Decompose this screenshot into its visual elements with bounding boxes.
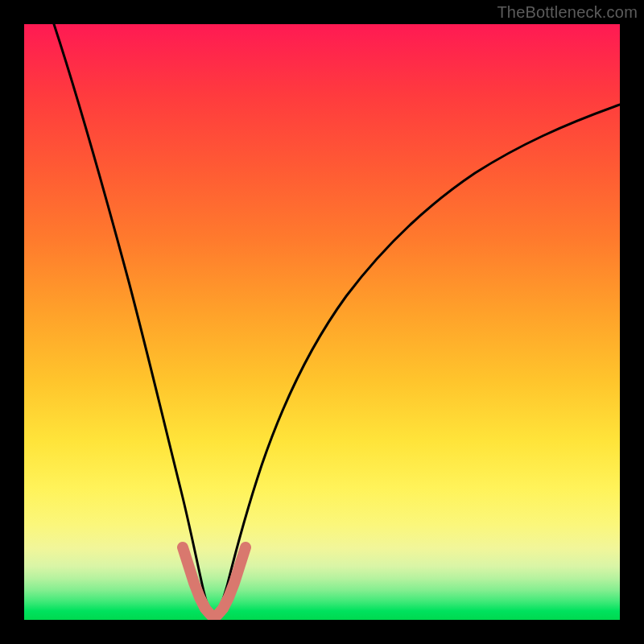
chart-frame: TheBottleneck.com: [0, 0, 644, 644]
watermark-text: TheBottleneck.com: [497, 3, 638, 22]
bottleneck-curve: [54, 24, 620, 617]
green-zone-marker: [183, 547, 246, 617]
plot-area: [24, 24, 620, 620]
curve-svg: [24, 24, 620, 620]
